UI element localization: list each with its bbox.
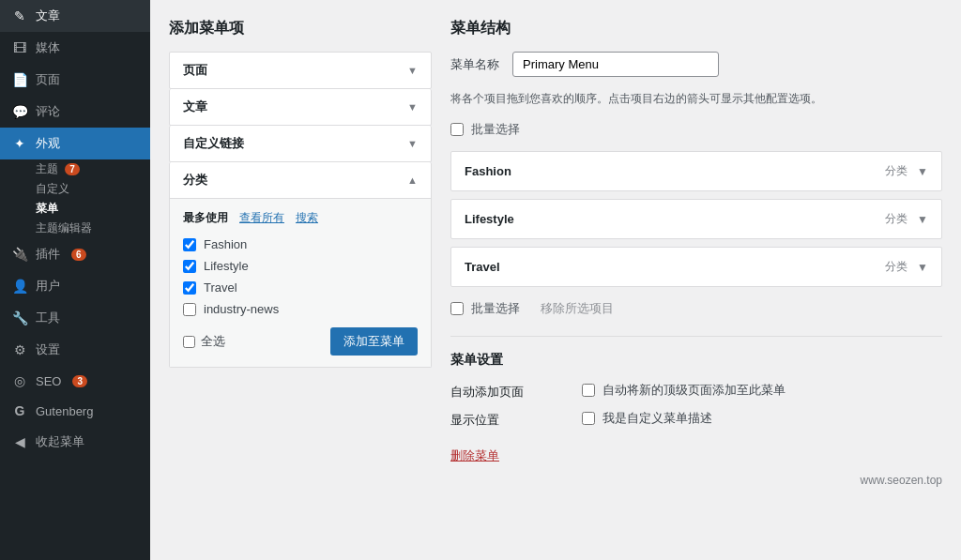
- sidebar-item-label: 收起菜单: [36, 433, 84, 450]
- tab-view-all[interactable]: 查看所有: [239, 210, 284, 226]
- delete-menu-link[interactable]: 删除菜单: [450, 447, 499, 464]
- display-option[interactable]: 我是自定义菜单描述: [582, 410, 712, 427]
- sidebar-item-label: Gutenberg: [36, 404, 93, 418]
- sidebar-item-tools[interactable]: 🔧 工具: [0, 302, 150, 334]
- plugins-icon: 🔌: [11, 247, 28, 262]
- left-panel: 添加菜单项 页面 ▼ 文章 ▼ 自定义链接 ▼: [169, 19, 432, 487]
- chevron-down-icon[interactable]: ▼: [917, 165, 928, 178]
- menu-item-travel: Travel 分类 ▼: [450, 247, 942, 287]
- settings-icon: ⚙: [11, 342, 28, 357]
- menu-settings: 菜单设置 自动添加页面 自动将新的顶级页面添加至此菜单 显示位置 我是自定义菜单…: [450, 336, 942, 429]
- watermark: www.seozen.top: [450, 474, 942, 487]
- select-all-label[interactable]: 全选: [183, 333, 225, 350]
- accordion-pages-header[interactable]: 页面 ▼: [170, 53, 431, 88]
- accordion-articles-header[interactable]: 文章 ▼: [170, 89, 431, 125]
- theme-badge: 7: [65, 163, 80, 175]
- tabs: 最多使用 查看所有 搜索: [183, 210, 418, 226]
- sidebar: ✎ 文章 🎞 媒体 📄 页面 💬 评论 ✦ 外观 主题 7 自定义 菜单 主题编…: [0, 0, 150, 560]
- bulk-select-bottom-label: 批量选择: [471, 300, 520, 317]
- plugins-badge: 6: [71, 249, 86, 261]
- auto-add-label: 自动添加页面: [450, 382, 544, 401]
- gutenberg-icon: G: [11, 403, 28, 418]
- sidebar-item-label: 文章: [36, 8, 60, 24]
- auto-add-checkbox[interactable]: [582, 384, 595, 397]
- bulk-select-bottom-checkbox[interactable]: [450, 302, 464, 315]
- sidebar-item-comments[interactable]: 💬 评论: [0, 96, 150, 128]
- chevron-down-icon[interactable]: ▼: [917, 261, 928, 274]
- sidebar-item-gutenberg[interactable]: G Gutenberg: [0, 396, 150, 426]
- sidebar-item-label: 外观: [36, 135, 60, 152]
- settings-row-display: 显示位置 我是自定义菜单描述: [450, 410, 942, 429]
- articles-icon: ✎: [11, 8, 28, 23]
- menu-item-right: 分类 ▼: [885, 259, 928, 275]
- sidebar-item-label: 页面: [36, 71, 60, 88]
- collapse-icon: ◀: [11, 434, 28, 449]
- checkbox-industry-news[interactable]: industry-news: [183, 302, 418, 316]
- sidebar-item-settings[interactable]: ⚙ 设置: [0, 334, 150, 366]
- checkbox-travel[interactable]: Travel: [183, 280, 418, 295]
- chevron-down-icon: ▼: [407, 65, 418, 76]
- accordion-articles: 文章 ▼: [169, 89, 432, 126]
- sidebar-item-plugins[interactable]: 🔌 插件 6: [0, 238, 150, 270]
- sidebar-item-collapse[interactable]: ◀ 收起菜单: [0, 426, 150, 458]
- page-content: 添加菜单项 页面 ▼ 文章 ▼ 自定义链接 ▼: [150, 0, 961, 506]
- sidebar-sub-theme-editor[interactable]: 主题编辑器: [0, 219, 150, 238]
- chevron-down-icon: ▼: [407, 138, 418, 149]
- fashion-checkbox[interactable]: [183, 238, 196, 251]
- menu-name-row: 菜单名称: [450, 52, 942, 77]
- display-checkbox[interactable]: [582, 412, 595, 425]
- industry-news-checkbox[interactable]: [183, 303, 196, 316]
- remove-selected-button[interactable]: 移除所选项目: [541, 300, 614, 317]
- menu-name-label: 菜单名称: [450, 56, 499, 73]
- sidebar-item-media[interactable]: 🎞 媒体: [0, 32, 150, 64]
- chevron-down-icon[interactable]: ▼: [917, 213, 928, 226]
- add-to-menu-button[interactable]: 添加至菜单: [330, 327, 418, 356]
- checkbox-fashion[interactable]: Fashion: [183, 237, 418, 251]
- select-all-checkbox[interactable]: [183, 336, 195, 348]
- media-icon: 🎞: [11, 40, 28, 55]
- sidebar-sub-theme[interactable]: 主题 7: [0, 159, 150, 179]
- footer-row: 全选 添加至菜单: [183, 327, 418, 356]
- accordion-categories-header[interactable]: 分类 ▲: [170, 162, 431, 198]
- left-panel-title: 添加菜单项: [169, 19, 432, 38]
- lifestyle-checkbox[interactable]: [183, 260, 196, 273]
- menu-item-fashion: Fashion 分类 ▼: [450, 151, 942, 191]
- description-text: 将各个项目拖到您喜欢的顺序。点击项目右边的箭头可显示其他配置选项。: [450, 90, 942, 108]
- sidebar-item-label: 插件: [36, 246, 60, 263]
- sidebar-item-label: 媒体: [36, 39, 60, 56]
- right-panel: 菜单结构 菜单名称 将各个项目拖到您喜欢的顺序。点击项目右边的箭头可显示其他配置…: [450, 19, 942, 487]
- menu-item-right: 分类 ▼: [885, 211, 928, 227]
- sidebar-item-pages[interactable]: 📄 页面: [0, 64, 150, 96]
- sidebar-sub-menus[interactable]: 菜单: [0, 199, 150, 219]
- main-content: 添加菜单项 页面 ▼ 文章 ▼ 自定义链接 ▼: [150, 0, 961, 560]
- tab-most-used[interactable]: 最多使用: [183, 210, 228, 226]
- sidebar-item-users[interactable]: 👤 用户: [0, 270, 150, 302]
- sidebar-item-label: 评论: [36, 103, 60, 120]
- sidebar-item-articles[interactable]: ✎ 文章: [0, 0, 150, 32]
- right-panel-title: 菜单结构: [450, 19, 942, 38]
- sidebar-item-label: 工具: [36, 310, 60, 326]
- display-label: 显示位置: [450, 410, 544, 429]
- menu-name-input[interactable]: [512, 52, 719, 77]
- tab-search[interactable]: 搜索: [296, 210, 318, 226]
- checkbox-list: Fashion Lifestyle Travel industry-n: [183, 237, 418, 316]
- travel-checkbox[interactable]: [183, 281, 196, 295]
- sidebar-item-appearance[interactable]: ✦ 外观: [0, 128, 150, 159]
- accordion-categories: 分类 ▲ 最多使用 查看所有 搜索 Fashion: [169, 162, 432, 368]
- pages-icon: 📄: [11, 72, 28, 87]
- menu-item-right: 分类 ▼: [885, 163, 928, 179]
- accordion-custom-link-header[interactable]: 自定义链接 ▼: [170, 126, 431, 161]
- seo-icon: ◎: [11, 373, 28, 388]
- tools-icon: 🔧: [11, 310, 28, 325]
- accordion-categories-body: 最多使用 查看所有 搜索 Fashion Lifestyle: [170, 198, 431, 367]
- chevron-down-icon: ▼: [407, 101, 418, 113]
- checkbox-lifestyle[interactable]: Lifestyle: [183, 259, 418, 273]
- users-icon: 👤: [11, 279, 28, 294]
- sidebar-item-seo[interactable]: ◎ SEO 3: [0, 366, 150, 396]
- bulk-select-top-checkbox[interactable]: [450, 123, 464, 136]
- settings-row-auto-add: 自动添加页面 自动将新的顶级页面添加至此菜单: [450, 382, 942, 401]
- sidebar-sub-customize[interactable]: 自定义: [0, 179, 150, 199]
- auto-add-option[interactable]: 自动将新的顶级页面添加至此菜单: [582, 382, 786, 399]
- accordion-pages: 页面 ▼: [169, 52, 432, 89]
- seo-badge: 3: [72, 375, 87, 387]
